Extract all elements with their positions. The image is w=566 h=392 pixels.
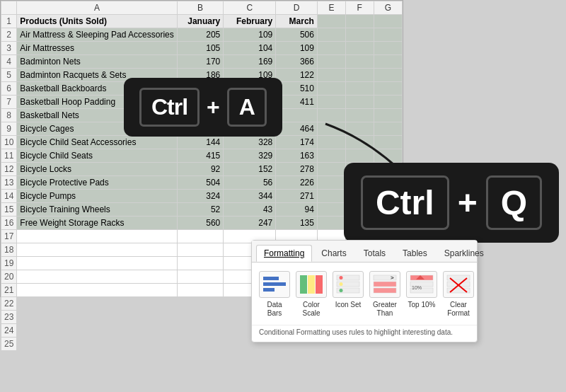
- cell-b-22[interactable]: [177, 297, 223, 311]
- cell-f-1[interactable]: [345, 15, 374, 28]
- cell-f-6[interactable]: [345, 82, 374, 96]
- qa-iconset[interactable]: Icon Set: [333, 271, 364, 318]
- cell-a-16[interactable]: Free Weight Storage Racks: [17, 217, 177, 230]
- cell-e-4[interactable]: [317, 55, 345, 69]
- cell-g-10[interactable]: [374, 136, 402, 149]
- cell-b-12[interactable]: 92: [177, 163, 223, 176]
- cell-b-13[interactable]: 504: [177, 176, 223, 190]
- cell-d-14[interactable]: 271: [276, 190, 318, 203]
- qa-clearformat[interactable]: ClearFormat: [443, 271, 474, 318]
- cell-a-3[interactable]: Air Mattresses: [17, 42, 177, 55]
- cell-a-13[interactable]: Bicycle Protective Pads: [17, 176, 177, 190]
- cell-d-5[interactable]: 122: [276, 69, 318, 82]
- cell-d-11[interactable]: 163: [276, 149, 318, 163]
- cell-a-1[interactable]: Products (Units Sold): [17, 15, 177, 28]
- cell-a-4[interactable]: Badminton Nets: [17, 55, 177, 69]
- cell-g-4[interactable]: [374, 55, 402, 69]
- col-header-e[interactable]: E: [317, 1, 345, 15]
- cell-g-1[interactable]: [374, 15, 402, 28]
- cell-e-11[interactable]: [317, 149, 345, 163]
- cell-e-6[interactable]: [317, 82, 345, 96]
- cell-d-15[interactable]: 94: [276, 203, 318, 217]
- cell-a-21[interactable]: [17, 284, 177, 297]
- cell-a-2[interactable]: Air Mattress & Sleeping Pad Accessories: [17, 28, 177, 42]
- cell-c-15[interactable]: 43: [224, 203, 276, 217]
- cell-d-3[interactable]: 109: [276, 42, 318, 55]
- cell-g-2[interactable]: [374, 28, 402, 42]
- cell-a-10[interactable]: Bicycle Child Seat Accessories: [17, 136, 177, 149]
- cell-b-2[interactable]: 205: [177, 28, 223, 42]
- cell-c-16[interactable]: 247: [224, 217, 276, 230]
- cell-a-14[interactable]: Bicycle Pumps: [17, 190, 177, 203]
- cell-e-10[interactable]: [317, 136, 345, 149]
- cell-d-16[interactable]: 135: [276, 217, 318, 230]
- cell-a-20[interactable]: [17, 270, 177, 284]
- cell-b-21[interactable]: [177, 284, 223, 297]
- col-header-b[interactable]: B: [177, 1, 223, 15]
- cell-d-2[interactable]: 506: [276, 28, 318, 42]
- cell-c-3[interactable]: 104: [224, 42, 276, 55]
- cell-g-7[interactable]: [374, 96, 402, 109]
- cell-f-3[interactable]: [345, 42, 374, 55]
- cell-g-11[interactable]: [374, 149, 402, 163]
- cell-a-24[interactable]: [17, 324, 177, 338]
- cell-a-25[interactable]: [17, 338, 177, 351]
- cell-b-11[interactable]: 415: [177, 149, 223, 163]
- cell-b-16[interactable]: 560: [177, 217, 223, 230]
- cell-e-14[interactable]: [317, 190, 345, 203]
- cell-e-15[interactable]: [317, 203, 345, 217]
- cell-g-5[interactable]: [374, 69, 402, 82]
- cell-e-12[interactable]: [317, 163, 345, 176]
- cell-b-24[interactable]: [177, 324, 223, 338]
- cell-b-23[interactable]: [177, 311, 223, 324]
- cell-a-22[interactable]: [17, 297, 177, 311]
- cell-e-8[interactable]: [317, 109, 345, 122]
- cell-c-1[interactable]: February: [224, 15, 276, 28]
- col-header-f[interactable]: F: [345, 1, 374, 15]
- cell-g-3[interactable]: [374, 42, 402, 55]
- cell-b-1[interactable]: January: [177, 15, 223, 28]
- cell-b-10[interactable]: 144: [177, 136, 223, 149]
- cell-a-23[interactable]: [17, 311, 177, 324]
- cell-d-4[interactable]: 366: [276, 55, 318, 69]
- cell-e-5[interactable]: [317, 69, 345, 82]
- cell-c-4[interactable]: 169: [224, 55, 276, 69]
- cell-g-8[interactable]: [374, 109, 402, 122]
- tab-sparklines[interactable]: Sparklines: [437, 245, 492, 262]
- col-header-g[interactable]: G: [374, 1, 402, 15]
- cell-c-11[interactable]: 329: [224, 149, 276, 163]
- cell-d-13[interactable]: 226: [276, 176, 318, 190]
- cell-c-13[interactable]: 56: [224, 176, 276, 190]
- tab-tables[interactable]: Tables: [395, 245, 435, 262]
- cell-e-3[interactable]: [317, 42, 345, 55]
- qa-greaterthan[interactable]: > GreaterThan: [369, 271, 400, 318]
- cell-b-4[interactable]: 170: [177, 55, 223, 69]
- cell-f-4[interactable]: [345, 55, 374, 69]
- col-header-a[interactable]: A: [17, 1, 177, 15]
- tab-charts[interactable]: Charts: [313, 245, 354, 262]
- cell-f-2[interactable]: [345, 28, 374, 42]
- cell-e-16[interactable]: [317, 217, 345, 230]
- tab-totals[interactable]: Totals: [356, 245, 393, 262]
- cell-c-2[interactable]: 109: [224, 28, 276, 42]
- cell-c-10[interactable]: 328: [224, 136, 276, 149]
- cell-f-9[interactable]: [345, 122, 374, 136]
- cell-f-5[interactable]: [345, 69, 374, 82]
- cell-e-9[interactable]: [317, 122, 345, 136]
- col-header-c[interactable]: C: [224, 1, 276, 15]
- qa-colorscale[interactable]: ColorScale: [296, 271, 327, 318]
- cell-a-15[interactable]: Bicycle Training Wheels: [17, 203, 177, 217]
- cell-f-10[interactable]: [345, 136, 374, 149]
- cell-d-12[interactable]: 278: [276, 163, 318, 176]
- cell-e-2[interactable]: [317, 28, 345, 42]
- cell-e-13[interactable]: [317, 176, 345, 190]
- cell-b-15[interactable]: 52: [177, 203, 223, 217]
- cell-b-19[interactable]: [177, 257, 223, 270]
- cell-a-12[interactable]: Bicycle Locks: [17, 163, 177, 176]
- cell-b-14[interactable]: 324: [177, 190, 223, 203]
- cell-c-14[interactable]: 344: [224, 190, 276, 203]
- qa-databars[interactable]: Data Bars: [259, 271, 290, 318]
- cell-g-6[interactable]: [374, 82, 402, 96]
- cell-b-20[interactable]: [177, 270, 223, 284]
- cell-b-25[interactable]: [177, 338, 223, 351]
